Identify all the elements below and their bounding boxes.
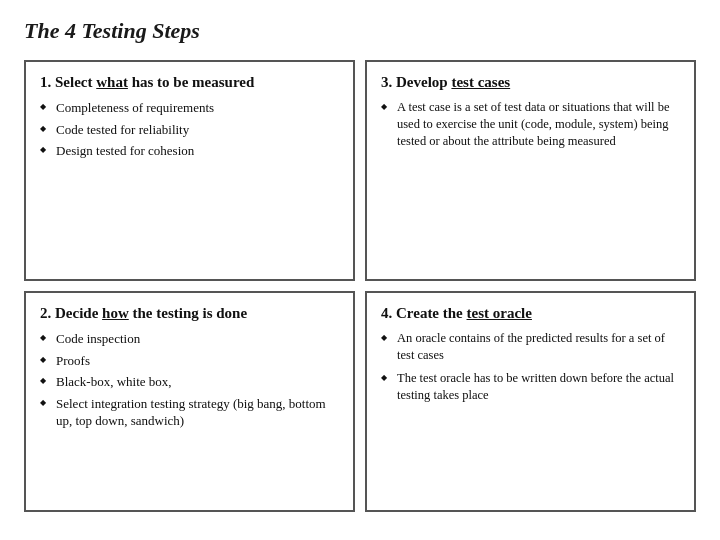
card-1-bullets: Completeness of requirements Code tested…	[40, 99, 339, 160]
list-item: Proofs	[40, 352, 339, 370]
card-3-title-underline: test cases	[451, 74, 510, 90]
card-2-title-prefix: 2. Decide	[40, 305, 102, 321]
page-title: The 4 Testing Steps	[24, 18, 696, 44]
card-3-title: 3. Develop test cases	[381, 74, 680, 91]
card-decide-how: 2. Decide how the testing is done Code i…	[24, 291, 355, 512]
list-item: Design tested for cohesion	[40, 142, 339, 160]
list-item: Completeness of requirements	[40, 99, 339, 117]
page: The 4 Testing Steps 1. Select what has t…	[0, 0, 720, 540]
card-develop-test-cases: 3. Develop test cases A test case is a s…	[365, 60, 696, 281]
list-item: Code tested for reliability	[40, 121, 339, 139]
list-item: Black-box, white box,	[40, 373, 339, 391]
list-item: Code inspection	[40, 330, 339, 348]
card-2-title-suffix: the testing is done	[129, 305, 247, 321]
card-2-bullets: Code inspection Proofs Black-box, white …	[40, 330, 339, 430]
card-3-title-prefix: 3. Develop	[381, 74, 451, 90]
list-item: The test oracle has to be written down b…	[381, 370, 680, 404]
card-4-title-prefix: 4. Create the	[381, 305, 467, 321]
card-1-title: 1. Select what has to be measured	[40, 74, 339, 91]
cards-grid: 1. Select what has to be measured Comple…	[24, 60, 696, 512]
card-1-title-underline: what	[96, 74, 128, 90]
card-2-title: 2. Decide how the testing is done	[40, 305, 339, 322]
card-1-title-suffix: has to be measured	[128, 74, 254, 90]
card-4-bullets: An oracle contains of the predicted resu…	[381, 330, 680, 404]
card-4-title-underline: test oracle	[467, 305, 532, 321]
card-create-test-oracle: 4. Create the test oracle An oracle cont…	[365, 291, 696, 512]
card-4-title: 4. Create the test oracle	[381, 305, 680, 322]
card-1-title-prefix: 1. Select	[40, 74, 96, 90]
list-item: Select integration testing strategy (big…	[40, 395, 339, 430]
card-2-title-underline: how	[102, 305, 129, 321]
list-item: An oracle contains of the predicted resu…	[381, 330, 680, 364]
card-select-what: 1. Select what has to be measured Comple…	[24, 60, 355, 281]
card-3-bullets: A test case is a set of test data or sit…	[381, 99, 680, 150]
list-item: A test case is a set of test data or sit…	[381, 99, 680, 150]
